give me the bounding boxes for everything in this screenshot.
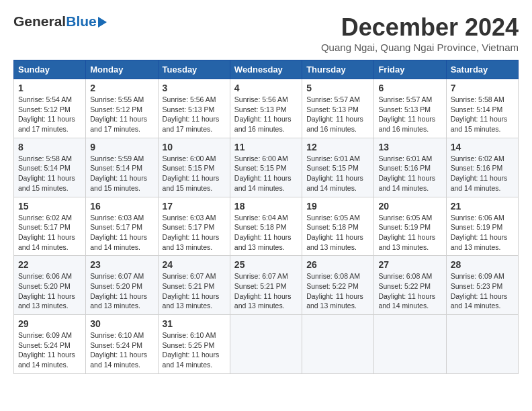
- day-info: Sunrise: 6:06 AMSunset: 5:20 PMDaylight:…: [18, 271, 81, 311]
- day-number: 8: [18, 142, 81, 152]
- day-number: 7: [451, 83, 514, 93]
- day-info: Sunrise: 6:10 AMSunset: 5:24 PMDaylight:…: [90, 330, 153, 370]
- day-info: Sunrise: 6:03 AMSunset: 5:17 PMDaylight:…: [163, 213, 226, 253]
- day-number: 27: [378, 259, 441, 270]
- logo-arrow-icon: [98, 17, 107, 28]
- day-number: 10: [163, 142, 226, 152]
- day-info: Sunrise: 6:09 AMSunset: 5:23 PMDaylight:…: [451, 271, 514, 311]
- day-info: Sunrise: 5:56 AMSunset: 5:13 PMDaylight:…: [234, 95, 298, 134]
- calendar-cell: [374, 315, 446, 374]
- calendar-week-row: 29 Sunrise: 6:09 AMSunset: 5:24 PMDaylig…: [14, 315, 519, 374]
- calendar-day-header: Thursday: [302, 60, 374, 79]
- calendar-cell: 17 Sunrise: 6:03 AMSunset: 5:17 PMDaylig…: [158, 197, 230, 256]
- calendar-cell: 21 Sunrise: 6:06 AMSunset: 5:19 PMDaylig…: [446, 197, 518, 256]
- calendar-cell: 28 Sunrise: 6:09 AMSunset: 5:23 PMDaylig…: [446, 256, 518, 315]
- day-info: Sunrise: 6:08 AMSunset: 5:22 PMDaylight:…: [306, 271, 369, 311]
- day-info: Sunrise: 6:01 AMSunset: 5:16 PMDaylight:…: [378, 154, 441, 193]
- calendar-cell: 11 Sunrise: 6:00 AMSunset: 5:15 PMDaylig…: [230, 138, 302, 197]
- calendar-table: SundayMondayTuesdayWednesdayThursdayFrid…: [13, 60, 519, 374]
- calendar-cell: 26 Sunrise: 6:08 AMSunset: 5:22 PMDaylig…: [302, 256, 374, 315]
- calendar-cell: 13 Sunrise: 6:01 AMSunset: 5:16 PMDaylig…: [374, 138, 446, 197]
- calendar-cell: 29 Sunrise: 6:09 AMSunset: 5:24 PMDaylig…: [14, 315, 86, 374]
- day-info: Sunrise: 6:02 AMSunset: 5:17 PMDaylight:…: [18, 213, 81, 253]
- calendar-cell: 8 Sunrise: 5:58 AMSunset: 5:14 PMDayligh…: [14, 138, 86, 197]
- calendar-cell: 23 Sunrise: 6:07 AMSunset: 5:20 PMDaylig…: [86, 256, 158, 315]
- month-year-title: December 2024: [321, 13, 519, 42]
- day-number: 14: [451, 142, 514, 152]
- day-number: 21: [451, 201, 514, 212]
- day-number: 26: [306, 259, 369, 270]
- day-number: 1: [18, 83, 81, 93]
- day-number: 17: [163, 201, 226, 212]
- day-number: 12: [306, 142, 369, 152]
- calendar-cell: 16 Sunrise: 6:03 AMSunset: 5:17 PMDaylig…: [86, 197, 158, 256]
- calendar-cell: 15 Sunrise: 6:02 AMSunset: 5:17 PMDaylig…: [14, 197, 86, 256]
- calendar-day-header: Monday: [86, 60, 158, 79]
- day-info: Sunrise: 6:07 AMSunset: 5:21 PMDaylight:…: [234, 271, 298, 311]
- day-number: 11: [234, 142, 298, 152]
- day-number: 22: [18, 259, 81, 270]
- calendar-cell: 2 Sunrise: 5:55 AMSunset: 5:12 PMDayligh…: [86, 79, 158, 138]
- calendar-day-header: Friday: [374, 60, 446, 79]
- day-number: 28: [451, 259, 514, 270]
- day-number: 30: [90, 318, 153, 329]
- day-number: 3: [163, 83, 226, 93]
- calendar-header-row: SundayMondayTuesdayWednesdayThursdayFrid…: [14, 60, 519, 79]
- day-info: Sunrise: 5:57 AMSunset: 5:13 PMDaylight:…: [306, 95, 369, 134]
- day-number: 6: [378, 83, 441, 93]
- calendar-week-row: 15 Sunrise: 6:02 AMSunset: 5:17 PMDaylig…: [14, 197, 519, 256]
- day-number: 13: [378, 142, 441, 152]
- day-number: 25: [234, 259, 298, 270]
- day-info: Sunrise: 6:02 AMSunset: 5:16 PMDaylight:…: [451, 154, 514, 193]
- day-info: Sunrise: 6:10 AMSunset: 5:25 PMDaylight:…: [163, 330, 226, 370]
- day-info: Sunrise: 6:09 AMSunset: 5:24 PMDaylight:…: [18, 330, 81, 370]
- calendar-cell: 20 Sunrise: 6:05 AMSunset: 5:19 PMDaylig…: [374, 197, 446, 256]
- day-info: Sunrise: 5:58 AMSunset: 5:14 PMDaylight:…: [18, 154, 81, 193]
- day-number: 4: [234, 83, 298, 93]
- day-info: Sunrise: 6:00 AMSunset: 5:15 PMDaylight:…: [163, 154, 226, 193]
- calendar-cell: 4 Sunrise: 5:56 AMSunset: 5:13 PMDayligh…: [230, 79, 302, 138]
- day-info: Sunrise: 6:07 AMSunset: 5:20 PMDaylight:…: [90, 271, 153, 311]
- day-info: Sunrise: 6:03 AMSunset: 5:17 PMDaylight:…: [90, 213, 153, 253]
- calendar-cell: 10 Sunrise: 6:00 AMSunset: 5:15 PMDaylig…: [158, 138, 230, 197]
- day-info: Sunrise: 5:58 AMSunset: 5:14 PMDaylight:…: [451, 95, 514, 134]
- calendar-cell: 22 Sunrise: 6:06 AMSunset: 5:20 PMDaylig…: [14, 256, 86, 315]
- day-info: Sunrise: 6:01 AMSunset: 5:15 PMDaylight:…: [306, 154, 369, 193]
- day-number: 20: [378, 201, 441, 212]
- day-info: Sunrise: 5:56 AMSunset: 5:13 PMDaylight:…: [163, 95, 226, 134]
- calendar-cell: 9 Sunrise: 5:59 AMSunset: 5:14 PMDayligh…: [86, 138, 158, 197]
- day-info: Sunrise: 6:08 AMSunset: 5:22 PMDaylight:…: [378, 271, 441, 311]
- calendar-day-header: Wednesday: [230, 60, 302, 79]
- calendar-week-row: 22 Sunrise: 6:06 AMSunset: 5:20 PMDaylig…: [14, 256, 519, 315]
- day-info: Sunrise: 6:04 AMSunset: 5:18 PMDaylight:…: [234, 213, 298, 253]
- calendar-cell: [446, 315, 518, 374]
- day-info: Sunrise: 6:05 AMSunset: 5:18 PMDaylight:…: [306, 213, 369, 253]
- day-number: 18: [234, 201, 298, 212]
- calendar-cell: 18 Sunrise: 6:04 AMSunset: 5:18 PMDaylig…: [230, 197, 302, 256]
- calendar-cell: 3 Sunrise: 5:56 AMSunset: 5:13 PMDayligh…: [158, 79, 230, 138]
- calendar-day-header: Sunday: [14, 60, 86, 79]
- calendar-cell: 25 Sunrise: 6:07 AMSunset: 5:21 PMDaylig…: [230, 256, 302, 315]
- logo: General Blue: [13, 13, 107, 30]
- day-info: Sunrise: 5:54 AMSunset: 5:12 PMDaylight:…: [18, 95, 81, 134]
- calendar-cell: 1 Sunrise: 5:54 AMSunset: 5:12 PMDayligh…: [14, 79, 86, 138]
- logo-blue-text: Blue: [66, 13, 97, 30]
- calendar-cell: 31 Sunrise: 6:10 AMSunset: 5:25 PMDaylig…: [158, 315, 230, 374]
- day-number: 23: [90, 259, 153, 270]
- day-number: 29: [18, 318, 81, 329]
- calendar-day-header: Saturday: [446, 60, 518, 79]
- day-number: 2: [90, 83, 153, 93]
- title-block: December 2024 Quang Ngai, Quang Ngai Pro…: [321, 13, 519, 53]
- day-info: Sunrise: 5:59 AMSunset: 5:14 PMDaylight:…: [90, 154, 153, 193]
- logo-general-text: General: [13, 13, 66, 30]
- day-number: 24: [163, 259, 226, 270]
- calendar-cell: 5 Sunrise: 5:57 AMSunset: 5:13 PMDayligh…: [302, 79, 374, 138]
- day-info: Sunrise: 6:05 AMSunset: 5:19 PMDaylight:…: [378, 213, 441, 253]
- calendar-cell: 12 Sunrise: 6:01 AMSunset: 5:15 PMDaylig…: [302, 138, 374, 197]
- day-info: Sunrise: 5:57 AMSunset: 5:13 PMDaylight:…: [378, 95, 441, 134]
- calendar-cell: [230, 315, 302, 374]
- calendar-cell: 19 Sunrise: 6:05 AMSunset: 5:18 PMDaylig…: [302, 197, 374, 256]
- day-number: 15: [18, 201, 81, 212]
- calendar-cell: 27 Sunrise: 6:08 AMSunset: 5:22 PMDaylig…: [374, 256, 446, 315]
- day-info: Sunrise: 6:07 AMSunset: 5:21 PMDaylight:…: [163, 271, 226, 311]
